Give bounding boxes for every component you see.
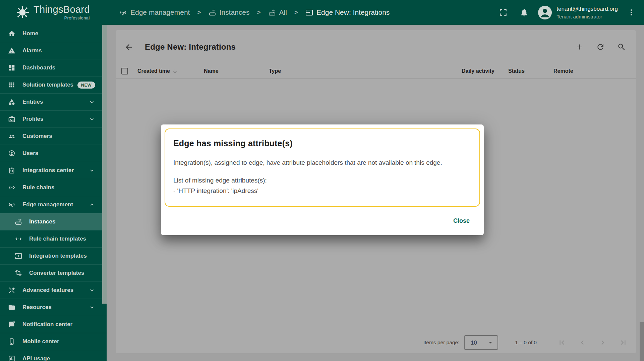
- prev-page-icon: [578, 338, 587, 347]
- page-scrollbar[interactable]: [640, 322, 644, 361]
- table-header-row: Created timeNameTypeDaily activityStatus…: [116, 64, 636, 79]
- dialog-warning-box: Edge has missing attribute(s) Integratio…: [165, 128, 480, 207]
- sidebar: HomeAlarmsDashboardsSolution templatesNE…: [0, 25, 107, 361]
- table-actions: [575, 43, 626, 51]
- new-badge: NEW: [77, 82, 95, 89]
- breadcrumb-label: Edge New: Integrations: [316, 8, 390, 16]
- sidebar-item-edge-management[interactable]: Edge management: [0, 196, 107, 213]
- column-header-created-time[interactable]: Created time: [137, 68, 204, 74]
- user-info[interactable]: tenant@thingsboard.org Tenant administra…: [557, 6, 618, 19]
- sidebar-item-api-usage[interactable]: API usage: [0, 350, 107, 361]
- next-page-button[interactable]: [598, 338, 607, 347]
- api-usage-icon: [8, 355, 15, 361]
- sidebar-item-converter-templates[interactable]: Converter templates: [0, 264, 107, 281]
- column-header-status[interactable]: Status: [508, 68, 553, 74]
- sidebar-item-label: API usage: [22, 355, 95, 361]
- logo-text: ThingsBoard Professional: [34, 5, 90, 20]
- resources-icon: [8, 304, 15, 311]
- breadcrumb-item-edge-management[interactable]: Edge management: [119, 8, 190, 16]
- thingsboard-logo-icon: [15, 5, 30, 20]
- prev-page-button[interactable]: [578, 338, 587, 347]
- page-range-label: 1 – 0 of 0: [515, 340, 537, 346]
- person-icon: [538, 6, 552, 19]
- sidebar-item-label: Edge management: [22, 201, 86, 208]
- sidebar-item-label: Solution templates: [22, 82, 77, 88]
- top-actions: tenant@thingsboard.org Tenant administra…: [499, 6, 644, 19]
- app-logo[interactable]: ThingsBoard Professional: [0, 5, 107, 20]
- avatar[interactable]: [538, 6, 552, 19]
- dialog-footer: Close: [161, 207, 484, 235]
- sidebar-item-notification-center[interactable]: Notification center: [0, 316, 107, 333]
- column-label: Type: [269, 68, 281, 74]
- chevron-down-icon: [89, 167, 95, 174]
- add-button[interactable]: [575, 43, 584, 51]
- sidebar-item-users[interactable]: Users: [0, 145, 107, 162]
- users-icon: [8, 150, 15, 157]
- more-menu-button[interactable]: [627, 8, 635, 16]
- notifications-button[interactable]: [520, 8, 529, 17]
- user-email: tenant@thingsboard.org: [557, 6, 618, 12]
- sidebar-item-instances[interactable]: Instances: [0, 213, 107, 230]
- sidebar-item-rule-chain-templates[interactable]: Rule chain templates: [0, 230, 107, 247]
- sidebar-item-rule-chains[interactable]: Rule chains: [0, 179, 107, 196]
- sidebar-item-dashboards[interactable]: Dashboards: [0, 59, 107, 76]
- antenna-icon: [119, 9, 127, 16]
- sidebar-item-solution-templates[interactable]: Solution templatesNEW: [0, 76, 107, 93]
- dialog-list-item: - 'HTTP integration': 'ipAdress': [173, 186, 471, 196]
- add-icon: [575, 43, 584, 51]
- search-button[interactable]: [617, 43, 626, 51]
- refresh-button[interactable]: [596, 43, 605, 51]
- column-header-daily-activity[interactable]: Daily activity: [462, 68, 508, 74]
- sidebar-item-integration-templates[interactable]: Integration templates: [0, 247, 107, 264]
- chevron-up-icon: [89, 201, 95, 208]
- customers-icon: [8, 133, 15, 140]
- sidebar-item-resources[interactable]: Resources: [0, 299, 107, 316]
- select-all-checkbox[interactable]: [121, 68, 128, 74]
- fullscreen-button[interactable]: [499, 8, 508, 17]
- integrations-center-icon: [8, 167, 15, 174]
- profiles-icon: [8, 115, 15, 123]
- last-page-button[interactable]: [619, 338, 628, 347]
- page-size-select[interactable]: 10: [464, 335, 498, 350]
- sidebar-item-mobile-center[interactable]: Mobile center: [0, 333, 107, 350]
- sidebar-item-advanced-features[interactable]: Advanced features: [0, 281, 107, 299]
- next-page-icon: [598, 338, 607, 347]
- refresh-icon: [596, 43, 605, 51]
- chevron-down-icon: [89, 287, 95, 294]
- column-header-type[interactable]: Type: [269, 68, 462, 74]
- sort-desc-icon: [172, 68, 178, 74]
- breadcrumb-item-instances[interactable]: Instances: [209, 8, 250, 16]
- sidebar-item-label: Rule chain templates: [29, 236, 95, 242]
- sidebar-item-entities[interactable]: Entities: [0, 93, 107, 110]
- sidebar-item-home[interactable]: Home: [0, 25, 107, 42]
- sidebar-item-integrations-center[interactable]: Integrations center: [0, 162, 107, 179]
- sidebar-item-label: Converter templates: [29, 270, 95, 276]
- breadcrumb-item-edge-new-integrations[interactable]: Edge New: Integrations: [305, 8, 390, 16]
- sidebar-item-alarms[interactable]: Alarms: [0, 42, 107, 59]
- logo-subtitle: Professional: [64, 15, 90, 20]
- first-page-button[interactable]: [558, 338, 566, 347]
- column-label: Remote: [553, 68, 573, 74]
- sidebar-item-label: Entities: [22, 99, 86, 105]
- breadcrumb-label: All: [279, 8, 287, 16]
- column-label: Created time: [137, 68, 170, 74]
- home-icon: [8, 30, 15, 37]
- router-icon: [268, 9, 276, 16]
- breadcrumb-separator: >: [197, 9, 201, 16]
- breadcrumb-item-all[interactable]: All: [268, 8, 287, 16]
- sidebar-item-profiles[interactable]: Profiles: [0, 110, 107, 127]
- sidebar-item-label: Home: [22, 30, 95, 37]
- integration-icon: [15, 252, 22, 260]
- bell-icon: [520, 8, 529, 17]
- back-button[interactable]: [124, 43, 133, 52]
- dashboards-icon: [8, 64, 15, 71]
- column-header-remote[interactable]: Remote: [553, 68, 636, 74]
- close-button[interactable]: Close: [449, 215, 474, 227]
- dialog-list-header: List of missing edge attributes(s):: [173, 175, 471, 186]
- column-header-name[interactable]: Name: [204, 68, 269, 74]
- sidebar-item-label: Profiles: [22, 116, 86, 122]
- sidebar-scrollbar[interactable]: [102, 25, 107, 304]
- mobile-icon: [8, 338, 15, 345]
- sidebar-item-customers[interactable]: Customers: [0, 127, 107, 145]
- logo-title: ThingsBoard: [34, 5, 90, 14]
